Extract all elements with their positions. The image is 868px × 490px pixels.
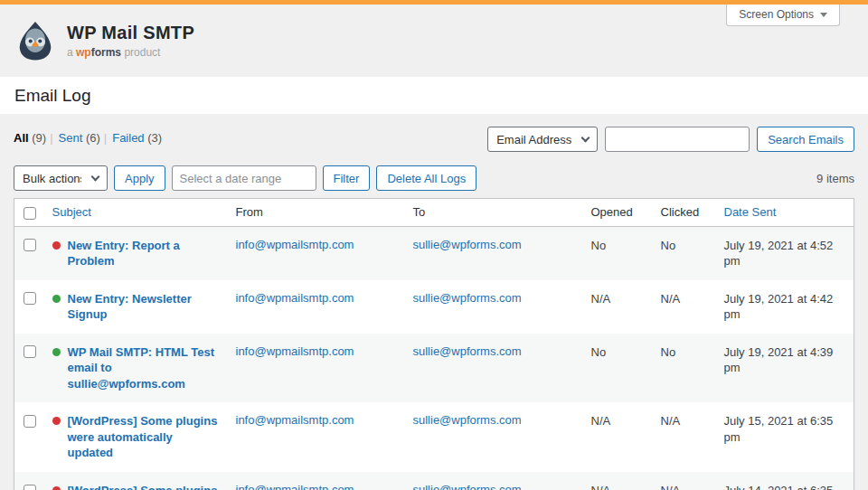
to-email-link[interactable]: sullie@wpforms.com bbox=[413, 483, 522, 490]
table-row: New Entry: Report a Probleminfo@wpmailsm… bbox=[14, 226, 854, 280]
wp-mail-smtp-pigeon-logo-icon bbox=[14, 20, 56, 61]
row-checkbox[interactable] bbox=[24, 345, 36, 358]
email-subject-link[interactable]: [WordPress] Some plugins were automatica… bbox=[68, 413, 218, 461]
search-input[interactable] bbox=[605, 127, 750, 152]
row-checkbox[interactable] bbox=[24, 239, 36, 251]
clicked-value: N/A bbox=[661, 292, 681, 306]
from-email-link[interactable]: info@wpmailsmtp.com bbox=[236, 344, 354, 358]
opened-value: No bbox=[591, 239, 607, 252]
email-addresses-select[interactable]: Email Addresses bbox=[487, 127, 598, 152]
brand-tagline: a wpforms product bbox=[67, 46, 194, 59]
page-title-bar: Email Log bbox=[0, 77, 868, 114]
status-failed-dot-icon bbox=[52, 417, 61, 425]
brand-text: WP Mail SMTP a wpforms product bbox=[67, 23, 194, 59]
column-header-from: From bbox=[227, 199, 404, 227]
table-nav: Bulk actions Apply Filter Delete All Log… bbox=[14, 165, 854, 192]
date-sent-value: July 15, 2021 at 6:35 pm bbox=[724, 414, 834, 444]
date-range-input[interactable] bbox=[172, 165, 316, 191]
status-sent-dot-icon bbox=[52, 348, 61, 356]
column-header-date-sent: Date Sent bbox=[715, 199, 854, 227]
bulk-actions-select[interactable]: Bulk actions bbox=[14, 165, 108, 191]
from-email-link[interactable]: info@wpmailsmtp.com bbox=[236, 413, 354, 427]
screen-options-button[interactable]: Screen Options bbox=[726, 5, 840, 26]
apply-button[interactable]: Apply bbox=[114, 165, 165, 191]
caret-down-icon bbox=[820, 13, 827, 17]
email-subject-link[interactable]: New Entry: Newsletter Signup bbox=[68, 291, 218, 323]
status-failed-dot-icon bbox=[52, 486, 61, 490]
email-subject-link[interactable]: [WordPress] Some plugins were automatica… bbox=[68, 483, 218, 490]
view-filter-count: (3) bbox=[147, 131, 162, 145]
items-count: 9 items bbox=[816, 172, 854, 185]
status-sent-dot-icon bbox=[52, 295, 61, 303]
table-row: New Entry: Newsletter Signupinfo@wpmails… bbox=[14, 280, 854, 334]
from-email-link[interactable]: info@wpmailsmtp.com bbox=[236, 238, 354, 251]
row-checkbox[interactable] bbox=[24, 415, 36, 428]
search-emails-button[interactable]: Search Emails bbox=[757, 127, 854, 152]
from-email-link[interactable]: info@wpmailsmtp.com bbox=[236, 483, 354, 490]
view-filter-failed[interactable]: Failed (3) bbox=[112, 131, 162, 145]
wpforms-wordmark-wp: wp bbox=[76, 46, 91, 59]
search-box: Email Addresses Search Emails bbox=[487, 127, 854, 152]
view-filter-label: Failed bbox=[112, 131, 144, 145]
table-row: [WordPress] Some plugins were automatica… bbox=[14, 472, 854, 490]
view-filter-count: (6) bbox=[86, 131, 100, 145]
tagline-suffix: product bbox=[124, 46, 160, 59]
view-filter-label: Sent bbox=[59, 131, 83, 145]
delete-all-logs-button[interactable]: Delete All Logs bbox=[376, 165, 476, 191]
from-email-link[interactable]: info@wpmailsmtp.com bbox=[236, 291, 354, 305]
email-log-table: SubjectFromToOpenedClickedDate Sent New … bbox=[14, 198, 854, 490]
select-all-checkbox[interactable] bbox=[24, 207, 36, 220]
date-sent-value: July 19, 2021 at 4:52 pm bbox=[724, 239, 834, 269]
filter-button[interactable]: Filter bbox=[323, 165, 371, 191]
view-filter-label: All bbox=[14, 131, 29, 145]
wpforms-wordmark-forms: forms bbox=[91, 46, 121, 59]
column-header-subject: Subject bbox=[43, 199, 227, 227]
to-email-link[interactable]: sullie@wpforms.com bbox=[413, 413, 522, 427]
status-failed-dot-icon bbox=[52, 241, 61, 250]
tagline-prefix: a bbox=[67, 46, 73, 59]
email-subject-link[interactable]: WP Mail SMTP: HTML Test email to sullie@… bbox=[68, 344, 218, 392]
row-checkbox[interactable] bbox=[24, 292, 36, 305]
row-checkbox[interactable] bbox=[24, 485, 36, 490]
clicked-value: No bbox=[661, 345, 676, 359]
opened-value: N/A bbox=[591, 414, 611, 428]
clicked-value: N/A bbox=[661, 414, 681, 428]
date-sent-value: July 14, 2021 at 6:35 pm bbox=[724, 484, 834, 490]
date-sent-value: July 19, 2021 at 4:39 pm bbox=[724, 345, 834, 375]
clicked-value: No bbox=[661, 239, 676, 252]
column-header-to: To bbox=[404, 199, 582, 227]
to-email-link[interactable]: sullie@wpforms.com bbox=[413, 291, 522, 305]
column-header-clicked: Clicked bbox=[652, 199, 715, 227]
opened-value: N/A bbox=[591, 292, 611, 306]
opened-value: N/A bbox=[591, 484, 611, 490]
column-header-opened: Opened bbox=[582, 199, 652, 227]
view-filter-all[interactable]: All (9) bbox=[14, 131, 46, 145]
table-header-row: SubjectFromToOpenedClickedDate Sent bbox=[14, 199, 854, 227]
clicked-value: N/A bbox=[661, 484, 681, 490]
to-email-link[interactable]: sullie@wpforms.com bbox=[413, 344, 522, 358]
view-filter-sent[interactable]: Sent (6) bbox=[59, 131, 100, 145]
email-log-content: All (9)Sent (6)Failed (3) Email Addresse… bbox=[0, 114, 868, 490]
table-row: WP Mail SMTP: HTML Test email to sullie@… bbox=[14, 334, 854, 403]
sort-link-date-sent[interactable]: Date Sent bbox=[724, 205, 777, 219]
to-email-link[interactable]: sullie@wpforms.com bbox=[413, 238, 522, 251]
app-title: WP Mail SMTP bbox=[67, 23, 194, 43]
page-title: Email Log bbox=[14, 86, 854, 106]
table-row: [WordPress] Some plugins were automatica… bbox=[14, 402, 854, 472]
date-sent-value: July 19, 2021 at 4:42 pm bbox=[724, 292, 834, 322]
screen-options-label: Screen Options bbox=[739, 8, 814, 21]
opened-value: No bbox=[591, 345, 607, 359]
view-filter-count: (9) bbox=[32, 131, 46, 145]
sort-link-subject[interactable]: Subject bbox=[52, 205, 91, 219]
email-subject-link[interactable]: New Entry: Report a Problem bbox=[68, 238, 218, 269]
